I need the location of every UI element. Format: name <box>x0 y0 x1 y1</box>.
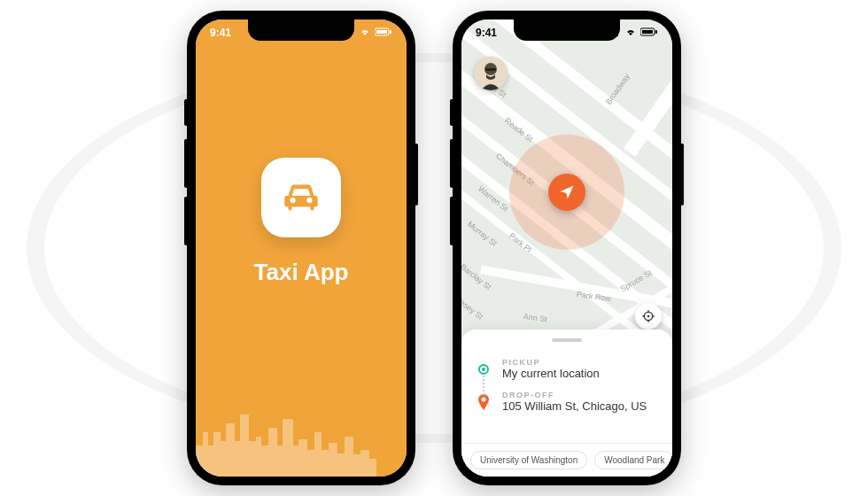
street-label: Vesey St <box>461 295 484 322</box>
skyline-decoration <box>196 397 407 477</box>
pickup-dot-icon <box>476 363 492 376</box>
svg-rect-5 <box>376 30 387 34</box>
profile-avatar[interactable] <box>474 57 508 90</box>
car-icon <box>279 175 323 220</box>
battery-icon <box>640 27 658 39</box>
crosshair-icon <box>641 309 655 323</box>
dropoff-value: 105 William St, Chicago, US <box>502 399 647 413</box>
avatar-icon <box>474 57 508 90</box>
current-location-pin[interactable] <box>548 174 585 211</box>
phone-map: 9:41 Duane St Reade <box>453 11 681 485</box>
wifi-icon <box>624 27 637 39</box>
phone-splash: 9:41 Taxi App <box>187 11 415 485</box>
phone-notch <box>248 19 354 41</box>
sheet-grabber[interactable] <box>552 338 582 342</box>
dropoff-row[interactable]: DROP-OFF 105 William St, Chicago, US <box>476 385 658 418</box>
status-time: 9:41 <box>476 27 497 39</box>
pickup-label: PICKUP <box>502 358 600 367</box>
pickup-row[interactable]: PICKUP My current location <box>476 353 658 385</box>
suggestion-chip[interactable]: University of Washington <box>470 451 587 469</box>
street-label: Broadway <box>604 72 632 106</box>
phone-notch <box>514 19 620 41</box>
svg-rect-13 <box>655 30 657 34</box>
svg-point-18 <box>647 315 650 318</box>
svg-rect-16 <box>485 68 496 71</box>
splash-screen: Taxi App <box>196 19 407 477</box>
recenter-button[interactable] <box>635 303 662 329</box>
street-label: Ann St <box>523 312 547 324</box>
status-time: 9:41 <box>210 27 231 39</box>
app-name: Taxi App <box>254 259 349 286</box>
ride-sheet[interactable]: PICKUP My current location DROP-OFF 105 … <box>461 329 672 477</box>
app-logo <box>261 158 341 237</box>
pickup-value: My current location <box>502 367 600 380</box>
dropoff-label: DROP-OFF <box>502 391 647 399</box>
suggestion-chip[interactable]: Woodland Park <box>594 451 672 469</box>
wifi-icon <box>359 27 371 39</box>
svg-point-20 <box>482 368 485 371</box>
svg-rect-12 <box>642 30 653 34</box>
svg-rect-6 <box>390 30 391 34</box>
suggestion-chips: University of Washington Woodland Park H… <box>461 443 672 469</box>
navigation-arrow-icon <box>558 183 576 201</box>
route-connector <box>483 376 484 402</box>
battery-icon <box>375 27 392 39</box>
